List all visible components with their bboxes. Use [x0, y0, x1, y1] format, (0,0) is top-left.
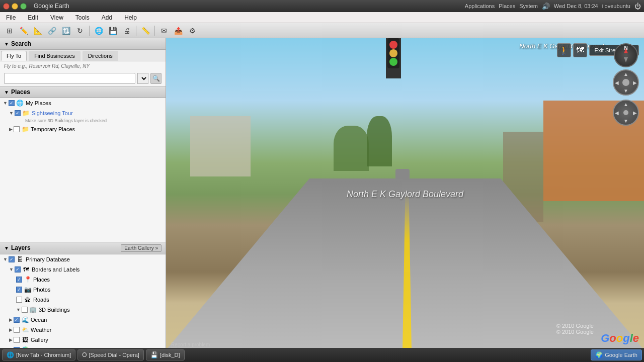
tab-directions[interactable]: Directions: [83, 51, 118, 61]
layer-photos[interactable]: ✓ 📷 Photos: [0, 285, 166, 295]
pan-left-button[interactable]: ◀: [615, 80, 619, 85]
toolbar-btn-7[interactable]: 🌐: [92, 25, 105, 37]
ocean-icon: 🌊: [21, 316, 29, 324]
checkbox-my-places[interactable]: ✓: [9, 100, 15, 106]
toolbar-btn-6[interactable]: ↻: [73, 25, 87, 37]
toolbar-btn-5[interactable]: 🔃: [59, 25, 72, 37]
pan-right-button[interactable]: ▶: [633, 80, 637, 85]
check-weather[interactable]: [14, 327, 20, 333]
toolbar-btn-9[interactable]: 🖨: [120, 25, 133, 37]
expand-icon: ▼: [3, 101, 8, 106]
map-area[interactable]: North E K Gaylord Boulevard North E K Ga…: [166, 38, 644, 350]
expand-weather: ▶: [9, 327, 13, 332]
search-button[interactable]: 🔍: [150, 73, 162, 84]
search-dropdown[interactable]: [137, 73, 148, 84]
system-tray: Applications Places System 🔊 Wed Dec 8, …: [465, 3, 641, 10]
toolbar-btn-11[interactable]: ✉: [157, 25, 171, 37]
layer-weather[interactable]: ▶ ⛅ Weather: [0, 325, 166, 335]
menu-edit[interactable]: Edit: [26, 13, 40, 22]
tilt-control[interactable]: ▲ ▼ ◀ ▶: [613, 100, 639, 126]
toolbar-separator-2: [136, 26, 136, 36]
toolbar-btn-1[interactable]: ⊞: [3, 25, 16, 37]
applications-menu[interactable]: Applications: [465, 3, 495, 9]
toolbar-btn-3[interactable]: 📐: [31, 25, 44, 37]
expand-ocean: ▶: [9, 317, 13, 322]
toolbar-btn-4[interactable]: 🔗: [45, 25, 58, 37]
volume-icon[interactable]: 🔊: [542, 3, 550, 10]
expand-gallery: ▶: [9, 337, 13, 342]
tilt-left-icon[interactable]: ◀: [615, 110, 619, 116]
pan-down-button[interactable]: ▼: [623, 88, 628, 94]
check-places-layer[interactable]: ✓: [16, 277, 22, 283]
report-problem-link[interactable]: Report a problem: [171, 342, 210, 347]
layer-roads[interactable]: 🛣 Roads: [0, 295, 166, 305]
pan-up-button[interactable]: ▲: [623, 71, 628, 77]
toolbar-btn-2[interactable]: ✏️: [17, 25, 30, 37]
check-borders[interactable]: ✓: [15, 266, 21, 273]
search-input[interactable]: [4, 73, 135, 84]
menu-help[interactable]: Help: [122, 13, 139, 22]
places-item-temp[interactable]: ▶ 📁 Temporary Places: [0, 124, 166, 134]
tilt-up-icon[interactable]: ▲: [623, 102, 628, 107]
earth-gallery-button[interactable]: Earth Gallery »: [121, 244, 162, 252]
primary-db-icon: 🗄: [16, 255, 24, 263]
temp-folder-icon: 📁: [21, 125, 29, 133]
pan-control[interactable]: ▲ ▼ ◀ ▶: [613, 69, 639, 96]
places-item-sightseeing[interactable]: ▼ ✓ 📁 Sightseeing Tour: [0, 108, 166, 118]
layers-header[interactable]: ▼ Layers Earth Gallery »: [0, 242, 166, 254]
layers-title: Layers: [11, 244, 121, 251]
menu-tools[interactable]: Tools: [73, 13, 92, 22]
search-tabs: Fly To Find Businesses Directions: [0, 50, 166, 61]
sv-person-mode-btn[interactable]: 🚶: [557, 43, 571, 57]
minimize-button[interactable]: [12, 3, 18, 10]
username: iloveubuntu: [602, 3, 630, 9]
taskbar-label-0: [New Tab - Chromium]: [16, 352, 71, 358]
tilt-down-icon[interactable]: ▼: [623, 118, 628, 124]
toolbar-btn-13[interactable]: ⚙: [186, 25, 199, 37]
menu-add[interactable]: Add: [100, 13, 114, 22]
layer-gallery[interactable]: ▶ 🖼 Gallery: [0, 335, 166, 345]
toolbar-btn-10[interactable]: 📏: [139, 25, 152, 37]
maximize-button[interactable]: [20, 3, 27, 10]
check-photos[interactable]: ✓: [16, 287, 22, 293]
toolbar-btn-8[interactable]: 💾: [106, 25, 119, 37]
window-controls[interactable]: [3, 3, 27, 10]
tilt-center: [623, 110, 628, 115]
checkbox-temp[interactable]: [14, 126, 20, 132]
tour-icon: 📁: [22, 109, 30, 117]
taskbar-item-1[interactable]: O [Speed Dial - Opera]: [77, 349, 144, 360]
check-gallery[interactable]: [14, 337, 20, 343]
check-ocean[interactable]: ✓: [14, 317, 20, 323]
places-arrow-icon: ▼: [4, 89, 9, 95]
places-item-my-places[interactable]: ▼ ✓ 🌐 My Places: [0, 98, 166, 108]
power-icon[interactable]: ⏻: [634, 3, 641, 10]
taskbar-item-0[interactable]: 🌐 [New Tab - Chromium]: [2, 349, 75, 360]
tilt-right-icon[interactable]: ▶: [633, 110, 637, 116]
weather-icon: ⛅: [21, 326, 29, 334]
search-section-header[interactable]: ▼ Search: [0, 38, 166, 50]
tab-find-businesses[interactable]: Find Businesses: [29, 51, 80, 61]
check-3d[interactable]: [22, 307, 28, 313]
weather-label: Weather: [31, 327, 51, 333]
layer-ocean[interactable]: ▶ ✓ 🌊 Ocean: [0, 315, 166, 325]
places-section-header[interactable]: ▼ Places: [0, 86, 166, 98]
layer-places[interactable]: ✓ 📍 Places: [0, 275, 166, 285]
sv-satellite-mode-btn[interactable]: 🗺: [573, 43, 587, 57]
check-primary[interactable]: ✓: [9, 256, 15, 262]
check-roads[interactable]: [16, 297, 22, 303]
toolbar-btn-12[interactable]: 📤: [172, 25, 185, 37]
places-menu[interactable]: Places: [499, 3, 515, 9]
menu-file[interactable]: File: [4, 13, 18, 22]
layer-primary-db[interactable]: ▼ ✓ 🗄 Primary Database: [0, 254, 166, 264]
menu-view[interactable]: View: [48, 13, 65, 22]
taskbar-item-2[interactable]: 💾 [disk_D]: [146, 349, 185, 360]
close-button[interactable]: [3, 3, 10, 10]
layer-borders[interactable]: ▼ ✓ 🗺 Borders and Labels: [0, 264, 166, 275]
checkbox-sightseeing[interactable]: ✓: [15, 110, 21, 116]
taskbar-item-3[interactable]: 🌍 Google Earth: [591, 349, 642, 360]
layer-3d-buildings[interactable]: ▼ 🏢 3D Buildings: [0, 305, 166, 315]
compass[interactable]: N: [614, 43, 638, 67]
system-menu[interactable]: System: [519, 3, 538, 9]
expand-icon-sight: ▼: [9, 111, 14, 116]
tab-fly-to[interactable]: Fly To: [1, 51, 27, 61]
